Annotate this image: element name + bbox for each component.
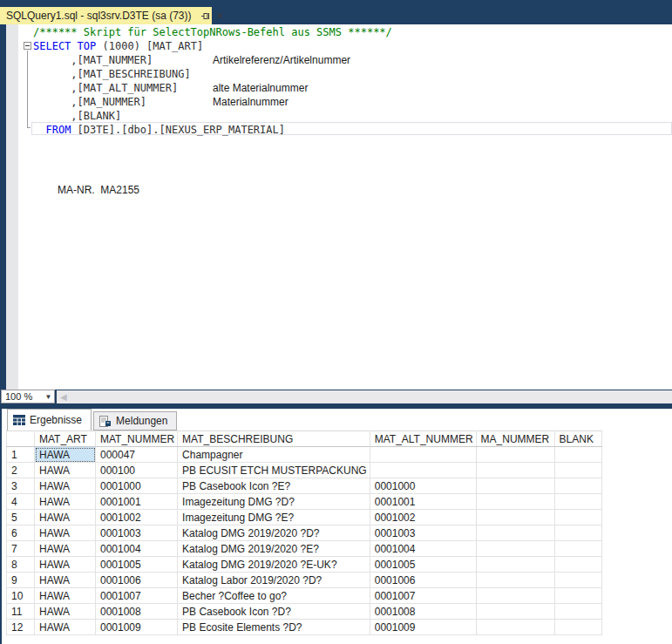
- cell-12-mat_nummer[interactable]: 0001009: [96, 620, 178, 635]
- cell-6-mat_alt_nummer[interactable]: 0001003: [370, 525, 476, 541]
- cell-3-mat_art[interactable]: HAWA: [35, 478, 96, 494]
- cell-8-blank[interactable]: [554, 557, 601, 573]
- cell-8-mat_alt_nummer[interactable]: 0001005: [370, 557, 476, 573]
- row-header-6[interactable]: 6: [7, 525, 35, 541]
- code-line-8[interactable]: FROM [D3TE].[dbo].[NEXUS_ERP_MATERIAL]: [6, 123, 672, 137]
- cell-9-mat_beschreibung[interactable]: Katalog Labor 2019/2020 ?D?: [178, 573, 370, 588]
- cell-5-mat_art[interactable]: HAWA: [35, 510, 96, 525]
- cell-2-blank[interactable]: [554, 463, 601, 478]
- cell-7-ma_nummer[interactable]: [476, 541, 554, 557]
- cell-5-mat_beschreibung[interactable]: Imagezeitung DMG ?E?: [178, 510, 370, 525]
- column-header-ma_nummer[interactable]: MA_NUMMER: [476, 431, 554, 447]
- cell-2-mat_alt_nummer[interactable]: [370, 463, 476, 478]
- cell-3-mat_nummer[interactable]: 0001000: [96, 478, 178, 494]
- cell-10-mat_alt_nummer[interactable]: 0001007: [370, 588, 476, 604]
- cell-5-blank[interactable]: [554, 510, 601, 525]
- cell-8-mat_beschreibung[interactable]: Katalog DMG 2019/2020 ?E-UK?: [178, 557, 370, 573]
- close-icon[interactable]: ✕: [216, 11, 224, 21]
- cell-6-mat_beschreibung[interactable]: Katalog DMG 2019/2020 ?D?: [178, 525, 370, 541]
- cell-8-ma_nummer[interactable]: [476, 557, 554, 573]
- tab-meldungen[interactable]: Meldungen: [93, 411, 177, 430]
- cell-1-mat_art[interactable]: HAWA: [35, 447, 96, 463]
- column-header-mat_alt_nummer[interactable]: MAT_ALT_NUMMER: [370, 431, 476, 447]
- cell-2-ma_nummer[interactable]: [476, 463, 554, 478]
- document-tab[interactable]: SQLQuery1.sql - sql3srv.D3TE (sa (73)) ✕: [0, 7, 212, 24]
- code-line-2[interactable]: SELECT TOP (1000) [MAT_ART]: [6, 39, 672, 53]
- cell-1-ma_nummer[interactable]: [476, 447, 554, 463]
- cell-3-mat_beschreibung[interactable]: PB Casebook Icon ?E?: [178, 478, 370, 494]
- code-line-6[interactable]: ,[MA_NUMMER]: [6, 95, 672, 109]
- cell-10-mat_art[interactable]: HAWA: [35, 588, 96, 604]
- cell-4-mat_art[interactable]: HAWA: [35, 494, 96, 510]
- cell-11-mat_beschreibung[interactable]: PB Casebook Icon ?D?: [178, 604, 370, 620]
- cell-9-blank[interactable]: [554, 573, 601, 588]
- cell-11-mat_nummer[interactable]: 0001008: [96, 604, 178, 620]
- cell-7-mat_beschreibung[interactable]: Katalog DMG 2019/2020 ?E?: [178, 541, 370, 557]
- row-header-7[interactable]: 7: [7, 541, 35, 557]
- cell-12-mat_alt_nummer[interactable]: 0001009: [370, 620, 476, 635]
- cell-2-mat_nummer[interactable]: 000100: [96, 463, 178, 478]
- cell-1-mat_alt_nummer[interactable]: [370, 447, 476, 463]
- cell-5-mat_nummer[interactable]: 0001002: [96, 510, 178, 525]
- cell-3-mat_alt_nummer[interactable]: 0001000: [370, 478, 476, 494]
- zoom-level-dropdown[interactable]: 100 % ▼: [1, 390, 55, 403]
- cell-1-mat_beschreibung[interactable]: Champagner: [178, 447, 370, 463]
- row-header-5[interactable]: 5: [7, 510, 35, 525]
- cell-6-blank[interactable]: [554, 525, 601, 541]
- cell-12-ma_nummer[interactable]: [476, 620, 554, 635]
- horizontal-scrollbar[interactable]: ◀: [57, 390, 672, 403]
- sql-editor[interactable]: /****** Skript für SelectTopNRows-Befehl…: [6, 24, 672, 390]
- cell-5-mat_alt_nummer[interactable]: 0001002: [370, 510, 476, 525]
- column-header-blank[interactable]: BLANK: [554, 431, 601, 447]
- cell-2-mat_beschreibung[interactable]: PB ECUSIT ETCH MUSTERPACKUNG: [178, 463, 370, 478]
- row-header-9[interactable]: 9: [7, 573, 35, 588]
- code-area[interactable]: /****** Skript für SelectTopNRows-Befehl…: [6, 25, 672, 137]
- cell-12-mat_art[interactable]: HAWA: [35, 620, 96, 635]
- code-line-1[interactable]: /****** Skript für SelectTopNRows-Befehl…: [6, 25, 672, 39]
- cell-11-blank[interactable]: [554, 604, 601, 620]
- tab-ergebnisse[interactable]: Ergebnisse: [7, 409, 92, 430]
- cell-7-mat_art[interactable]: HAWA: [35, 541, 96, 557]
- cell-9-mat_art[interactable]: HAWA: [35, 573, 96, 588]
- cell-7-blank[interactable]: [554, 541, 601, 557]
- cell-7-mat_alt_nummer[interactable]: 0001004: [370, 541, 476, 557]
- cell-3-blank[interactable]: [554, 478, 601, 494]
- cell-10-mat_beschreibung[interactable]: Becher ?Coffee to go?: [178, 588, 370, 604]
- cell-4-mat_beschreibung[interactable]: Imagezeitung DMG ?D?: [178, 494, 370, 510]
- cell-6-mat_art[interactable]: HAWA: [35, 525, 96, 541]
- code-line-5[interactable]: ,[MAT_ALT_NUMMER]: [6, 81, 672, 95]
- grid-corner-cell[interactable]: [7, 431, 35, 447]
- cell-10-blank[interactable]: [554, 588, 601, 604]
- cell-7-mat_nummer[interactable]: 0001004: [96, 541, 178, 557]
- cell-12-blank[interactable]: [554, 620, 601, 635]
- column-header-mat_beschreibung[interactable]: MAT_BESCHREIBUNG: [178, 431, 370, 447]
- cell-11-mat_alt_nummer[interactable]: 0001008: [370, 604, 476, 620]
- cell-11-mat_art[interactable]: HAWA: [35, 604, 96, 620]
- cell-12-mat_beschreibung[interactable]: PB Ecosite Elements ?D?: [178, 620, 370, 635]
- row-header-4[interactable]: 4: [7, 494, 35, 510]
- cell-10-mat_nummer[interactable]: 0001007: [96, 588, 178, 604]
- cell-4-mat_alt_nummer[interactable]: 0001001: [370, 494, 476, 510]
- cell-1-mat_nummer[interactable]: 000047: [96, 447, 178, 463]
- code-line-4[interactable]: ,[MAT_BESCHREIBUNG]: [6, 67, 672, 81]
- cell-3-ma_nummer[interactable]: [476, 478, 554, 494]
- cell-4-blank[interactable]: [554, 494, 601, 510]
- cell-6-ma_nummer[interactable]: [476, 525, 554, 541]
- row-header-2[interactable]: 2: [7, 463, 35, 478]
- row-header-10[interactable]: 10: [7, 588, 35, 604]
- cell-11-ma_nummer[interactable]: [476, 604, 554, 620]
- row-header-1[interactable]: 1: [7, 447, 35, 463]
- pin-icon[interactable]: [200, 11, 210, 21]
- code-line-7[interactable]: ,[BLANK]: [6, 109, 672, 123]
- cell-6-mat_nummer[interactable]: 0001003: [96, 525, 178, 541]
- cell-9-mat_nummer[interactable]: 0001006: [96, 573, 178, 588]
- column-header-mat_art[interactable]: MAT_ART: [35, 431, 96, 447]
- column-header-mat_nummer[interactable]: MAT_NUMMER: [96, 431, 178, 447]
- row-header-8[interactable]: 8: [7, 557, 35, 573]
- cell-2-mat_art[interactable]: HAWA: [35, 463, 96, 478]
- cell-1-blank[interactable]: [554, 447, 601, 463]
- cell-9-ma_nummer[interactable]: [476, 573, 554, 588]
- cell-10-ma_nummer[interactable]: [476, 588, 554, 604]
- cell-9-mat_alt_nummer[interactable]: 0001006: [370, 573, 476, 588]
- scroll-left-arrow-icon[interactable]: ◀: [57, 392, 67, 402]
